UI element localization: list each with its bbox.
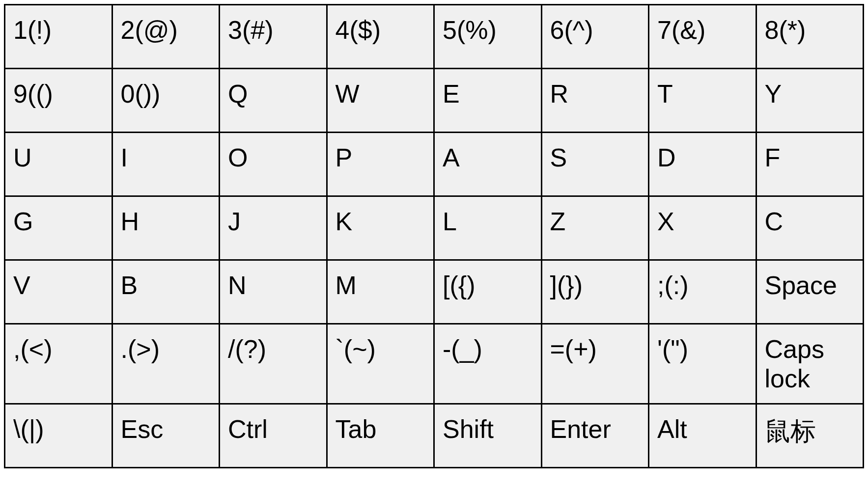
key-cell[interactable]: B [112, 260, 220, 324]
table-row: G H J K L Z X C [5, 196, 864, 260]
key-cell[interactable]: ,(<) [5, 324, 112, 404]
table-row: ,(<) .(>) /(?) `(~) -(_) =(+) '(") Caps … [5, 324, 864, 404]
key-cell[interactable]: U [5, 133, 112, 196]
key-cell[interactable]: .(>) [112, 324, 220, 404]
key-cell[interactable]: Y [756, 69, 864, 133]
key-cell[interactable]: 3(#) [220, 5, 327, 69]
key-cell[interactable]: Q [220, 69, 327, 133]
key-cell[interactable]: Alt [649, 404, 756, 468]
key-cell[interactable]: 9(() [5, 69, 112, 133]
key-cell[interactable]: S [541, 133, 649, 196]
key-cell[interactable]: P [327, 133, 434, 196]
key-cell[interactable]: C [756, 196, 864, 260]
keyboard-layout-table: 1(!) 2(@) 3(#) 4($) 5(%) 6(^) 7(&) 8(*) … [4, 4, 864, 468]
key-cell[interactable]: 4($) [327, 5, 434, 69]
key-cell[interactable]: E [434, 69, 542, 133]
key-cell[interactable]: \(|) [5, 404, 112, 468]
key-cell[interactable]: Z [541, 196, 649, 260]
key-cell[interactable]: A [434, 133, 542, 196]
key-cell[interactable]: R [541, 69, 649, 133]
key-cell[interactable]: -(_) [434, 324, 542, 404]
key-cell[interactable]: 鼠标 [756, 404, 864, 468]
key-cell[interactable]: V [5, 260, 112, 324]
key-cell[interactable]: D [649, 133, 756, 196]
key-cell[interactable]: 8(*) [756, 5, 864, 69]
key-cell[interactable]: 7(&) [649, 5, 756, 69]
key-cell[interactable]: 0()) [112, 69, 220, 133]
key-cell[interactable]: K [327, 196, 434, 260]
key-cell[interactable]: Space [756, 260, 864, 324]
key-cell[interactable]: 5(%) [434, 5, 542, 69]
key-cell[interactable]: =(+) [541, 324, 649, 404]
key-cell[interactable]: H [112, 196, 220, 260]
key-cell[interactable]: O [220, 133, 327, 196]
table-row: 9(() 0()) Q W E R T Y [5, 69, 864, 133]
key-cell[interactable]: G [5, 196, 112, 260]
key-cell[interactable]: F [756, 133, 864, 196]
key-cell[interactable]: I [112, 133, 220, 196]
key-cell[interactable]: Shift [434, 404, 542, 468]
key-cell[interactable]: 6(^) [541, 5, 649, 69]
key-cell[interactable]: 2(@) [112, 5, 220, 69]
key-cell[interactable]: T [649, 69, 756, 133]
key-cell[interactable]: X [649, 196, 756, 260]
key-cell[interactable]: [({) [434, 260, 542, 324]
key-cell[interactable]: Ctrl [220, 404, 327, 468]
table-row: U I O P A S D F [5, 133, 864, 196]
table-row: 1(!) 2(@) 3(#) 4($) 5(%) 6(^) 7(&) 8(*) [5, 5, 864, 69]
key-cell[interactable]: ;(:) [649, 260, 756, 324]
key-cell[interactable]: J [220, 196, 327, 260]
key-cell[interactable]: M [327, 260, 434, 324]
table-row: V B N M [({) ](}) ;(:) Space [5, 260, 864, 324]
key-cell[interactable]: L [434, 196, 542, 260]
table-row: \(|) Esc Ctrl Tab Shift Enter Alt 鼠标 [5, 404, 864, 468]
key-cell[interactable]: W [327, 69, 434, 133]
key-cell[interactable]: Caps lock [756, 324, 864, 404]
key-cell[interactable]: Esc [112, 404, 220, 468]
key-cell[interactable]: Enter [541, 404, 649, 468]
key-cell[interactable]: Tab [327, 404, 434, 468]
key-cell[interactable]: `(~) [327, 324, 434, 404]
key-cell[interactable]: /(?) [220, 324, 327, 404]
key-cell[interactable]: N [220, 260, 327, 324]
key-cell[interactable]: ](}) [541, 260, 649, 324]
key-cell[interactable]: 1(!) [5, 5, 112, 69]
key-cell[interactable]: '(") [649, 324, 756, 404]
